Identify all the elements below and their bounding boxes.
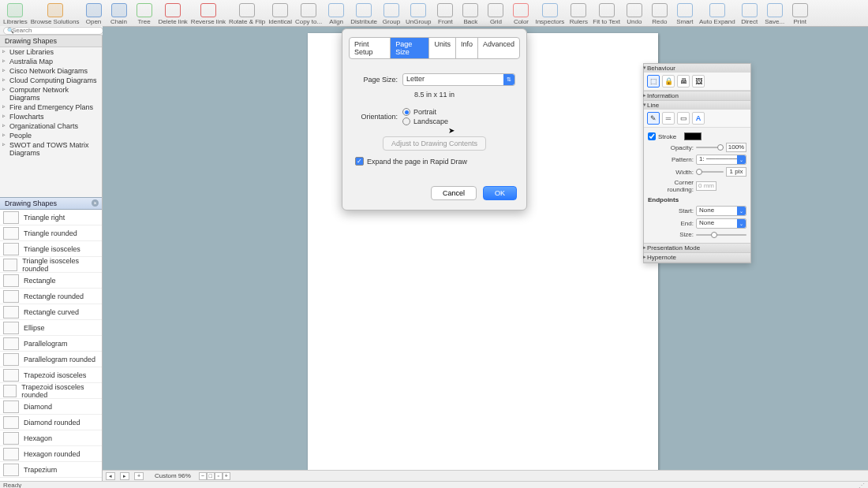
- shape-item[interactable]: Trapezoid isosceles: [0, 367, 102, 383]
- shadow-icon[interactable]: ▭: [677, 112, 690, 125]
- shapes-header[interactable]: Drawing Shapes ×: [0, 197, 102, 210]
- pattern-select[interactable]: 1: ────────⌄: [696, 155, 746, 165]
- toolbar-back[interactable]: Back: [459, 3, 481, 25]
- toolbar-reverse-link[interactable]: Reverse link: [191, 3, 226, 25]
- toolbar-save-[interactable]: Save...: [764, 3, 786, 25]
- shape-item[interactable]: Triangle right: [0, 210, 102, 225]
- start-select[interactable]: None⌄: [696, 206, 746, 216]
- toolbar-undo[interactable]: Undo: [623, 3, 645, 25]
- close-icon[interactable]: ×: [92, 199, 99, 207]
- shape-item[interactable]: Trapezium: [0, 462, 102, 478]
- presentation-header[interactable]: Presentation Mode: [644, 244, 750, 252]
- library-item[interactable]: People: [0, 131, 102, 140]
- line-header[interactable]: Line: [644, 101, 750, 110]
- ok-button[interactable]: OK: [483, 186, 517, 200]
- toolbar-libraries[interactable]: Libraries: [3, 3, 28, 25]
- library-item[interactable]: Australia Map: [0, 57, 102, 66]
- behaviour-header[interactable]: Behaviour: [644, 64, 750, 73]
- toolbar-rotate-flip[interactable]: Rotate & Flip: [229, 3, 265, 25]
- print-tool-icon[interactable]: 🖶: [677, 75, 690, 88]
- library-item[interactable]: Computer Network Diagrams: [0, 85, 102, 102]
- toolbar-grid[interactable]: Grid: [485, 3, 507, 25]
- shape-item[interactable]: Ellipse: [0, 320, 102, 336]
- scroll-left-icon[interactable]: ◂: [106, 472, 115, 480]
- toolbar-ungroup[interactable]: UnGroup: [406, 3, 431, 25]
- landscape-radio[interactable]: [402, 117, 410, 125]
- shape-item[interactable]: Hexagon: [0, 430, 102, 446]
- dialog-tab-info[interactable]: Info: [456, 38, 478, 58]
- shape-item[interactable]: Hexagon rounded: [0, 446, 102, 462]
- double-line-icon[interactable]: ═: [662, 112, 675, 125]
- add-page-icon[interactable]: +: [134, 472, 144, 480]
- stroke-color-swatch[interactable]: [684, 132, 702, 140]
- toolbar-copy-to-[interactable]: Copy to...: [295, 3, 322, 25]
- toolbar-browse-solutions[interactable]: Browse Solutions: [31, 3, 80, 25]
- toolbar-redo[interactable]: Redo: [649, 3, 671, 25]
- toolbar-color[interactable]: Color: [510, 3, 532, 25]
- toolbar-rulers[interactable]: Rulers: [567, 3, 589, 25]
- shape-item[interactable]: Trapezoid isosceles rounded: [0, 383, 102, 399]
- opacity-slider[interactable]: [696, 147, 724, 148]
- library-item[interactable]: Organizational Charts: [0, 121, 102, 131]
- dialog-tab-units[interactable]: Units: [429, 38, 456, 58]
- toolbar-direct[interactable]: Direct: [739, 3, 761, 25]
- zoom-segments[interactable]: − □ ▫ +: [199, 472, 230, 480]
- toolbar-align[interactable]: Align: [325, 3, 347, 25]
- toolbar-tree[interactable]: Tree: [133, 3, 155, 25]
- search-input[interactable]: [3, 27, 103, 35]
- library-item[interactable]: Flowcharts: [0, 112, 102, 121]
- zoom-in-icon[interactable]: +: [223, 472, 230, 480]
- shape-item[interactable]: Triangle isosceles: [0, 241, 102, 257]
- library-item[interactable]: Fire and Emergency Plans: [0, 102, 102, 112]
- dialog-tab-advanced[interactable]: Advanced: [478, 38, 519, 58]
- cancel-button[interactable]: Cancel: [431, 186, 477, 200]
- library-item[interactable]: User Libraries: [0, 47, 102, 57]
- shape-item[interactable]: Rectangle rounded: [0, 289, 102, 304]
- zoom-fit-icon[interactable]: □: [207, 472, 215, 480]
- shape-item[interactable]: Diamond rounded: [0, 415, 102, 430]
- library-item[interactable]: Cisco Network Diagrams: [0, 66, 102, 76]
- adjust-contents-button[interactable]: Adjust to Drawing Contents: [383, 136, 486, 151]
- size-slider[interactable]: [696, 234, 746, 236]
- page-size-select[interactable]: Letter ⇅: [402, 73, 515, 86]
- stroke-checkbox[interactable]: [648, 132, 656, 140]
- toolbar-group[interactable]: Group: [380, 3, 402, 25]
- image-tool-icon[interactable]: 🖼: [692, 75, 705, 88]
- toolbar-print[interactable]: Print: [789, 3, 811, 25]
- toolbar-inspectors[interactable]: Inspectors: [535, 3, 564, 25]
- bottom-scrollbar[interactable]: ◂ ▸ + Custom 96% − □ ▫ +: [103, 470, 868, 481]
- width-slider[interactable]: [696, 171, 724, 173]
- zoom-out-icon[interactable]: −: [199, 472, 207, 480]
- toolbar-auto-expand[interactable]: Auto Expand: [699, 3, 735, 25]
- expand-page-checkbox[interactable]: ✓: [355, 157, 364, 166]
- toolbar-front[interactable]: Front: [434, 3, 456, 25]
- shape-item[interactable]: Diamond: [0, 399, 102, 415]
- shape-item[interactable]: Triangle isosceles rounded: [0, 257, 102, 273]
- select-tool-icon[interactable]: ⬚: [647, 75, 660, 88]
- toolbar-identical[interactable]: Identical: [268, 3, 292, 25]
- shape-item[interactable]: Parallelogram rounded: [0, 352, 102, 367]
- toolbar-smart[interactable]: Smart: [674, 3, 696, 25]
- toolbar-delete-link[interactable]: Delete link: [159, 3, 188, 25]
- pen-icon[interactable]: ✎: [647, 112, 660, 125]
- resize-grip-icon[interactable]: ⋰: [859, 482, 865, 489]
- hypernote-header[interactable]: Hypernote: [644, 253, 750, 262]
- shape-item[interactable]: Rectangle: [0, 273, 102, 289]
- lock-tool-icon[interactable]: 🔒: [662, 75, 675, 88]
- text-style-icon[interactable]: A: [692, 112, 705, 125]
- corner-value[interactable]: 0 mm: [696, 181, 716, 191]
- library-item[interactable]: Cloud Computing Diagrams: [0, 76, 102, 85]
- scroll-right-icon[interactable]: ▸: [120, 472, 129, 480]
- toolbar-open[interactable]: Open: [83, 3, 105, 25]
- library-item[interactable]: SWOT and TOWS Matrix Diagrams: [0, 140, 102, 158]
- toolbar-chain[interactable]: Chain: [108, 3, 130, 25]
- shape-item[interactable]: Rectangle curved: [0, 304, 102, 320]
- toolbar-fit-to-text[interactable]: Fit to Text: [593, 3, 620, 25]
- shape-item[interactable]: Parallelogram: [0, 336, 102, 352]
- toolbar-distribute[interactable]: Distribute: [350, 3, 377, 25]
- dialog-tab-page-size[interactable]: Page Size: [391, 38, 429, 58]
- information-header[interactable]: Information: [644, 91, 750, 100]
- end-select[interactable]: None⌄: [696, 218, 746, 229]
- zoom-actual-icon[interactable]: ▫: [215, 472, 223, 480]
- dialog-tab-print-setup[interactable]: Print Setup: [350, 38, 391, 58]
